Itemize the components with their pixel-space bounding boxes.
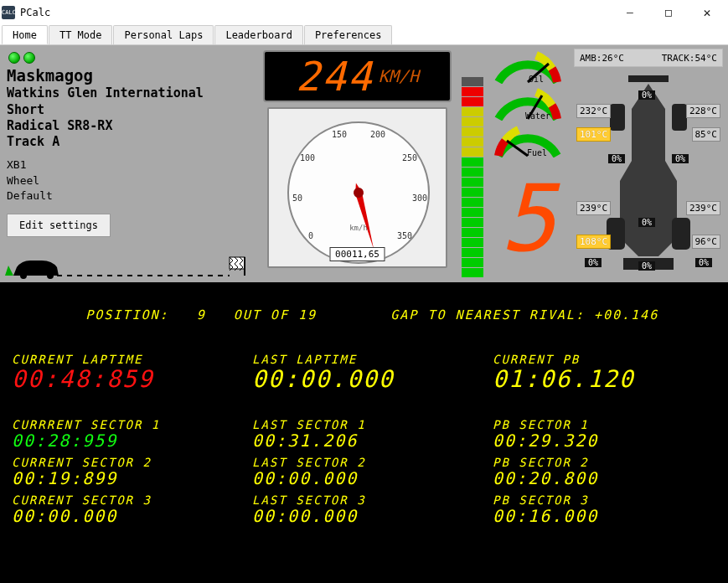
window-maximize-button[interactable]: □ xyxy=(649,0,688,25)
rev-bar-cell xyxy=(462,97,483,106)
svg-text:150: 150 xyxy=(332,130,347,139)
app-icon: CALC xyxy=(2,6,15,19)
current-sector-1: CURRRENT SECTOR 1 00:28:959 xyxy=(12,418,235,451)
status-leds xyxy=(7,52,248,64)
wear-pct-rl: 0% xyxy=(585,258,602,267)
analog-speedo: 0 50 100 150 200 250 300 350 km/h xyxy=(267,107,447,268)
speed-panel: 244 KM/H 0 50 100 150 200 250 300 350 xyxy=(255,45,460,282)
rev-bar-cell xyxy=(462,238,483,247)
rev-bar-cell xyxy=(462,168,483,177)
driver-name: Maskmagog xyxy=(7,65,248,85)
oil-label: Oil xyxy=(529,75,544,84)
track-variant: Track A xyxy=(7,134,248,150)
last-laptime: LAST LAPTIME 00:00.000 xyxy=(252,353,476,393)
rev-bar-cell xyxy=(462,218,483,227)
speed-value: 244 xyxy=(296,56,374,96)
led-2 xyxy=(23,52,35,64)
oil-gauge: Oil xyxy=(488,50,567,84)
wear-pct-rr: 0% xyxy=(695,258,712,267)
svg-text:300: 300 xyxy=(412,193,427,203)
rev-bar-cell xyxy=(462,147,483,157)
rev-bar-cell xyxy=(462,127,483,137)
last-sector-2: LAST SECTOR 2 00:00.000 xyxy=(252,456,476,488)
tab-tt-mode[interactable]: TT Mode xyxy=(49,25,113,44)
position-status: POSITION: 9 OUT OF 19 xyxy=(12,292,317,338)
brake-temp-rl: 239°C xyxy=(576,201,611,215)
svg-rect-21 xyxy=(672,218,690,250)
session-info-panel: Maskmagog Watkins Glen International Sho… xyxy=(0,45,255,282)
led-1 xyxy=(8,52,20,64)
dashboard-upper: Maskmagog Watkins Glen International Sho… xyxy=(0,45,728,282)
svg-text:50: 50 xyxy=(292,193,302,203)
status-row: POSITION: 9 OUT OF 19 GAP TO NEAREST RIV… xyxy=(12,292,716,338)
window-titlebar: CALC PCalc ― □ ✕ xyxy=(0,0,728,25)
window-close-button[interactable]: ✕ xyxy=(688,0,726,25)
svg-text:200: 200 xyxy=(370,130,385,139)
pb-sector-3: PB SECTOR 3 00:16.000 xyxy=(493,493,716,526)
rev-bar xyxy=(462,50,483,277)
tyre-temp-rr: 96°C xyxy=(692,235,721,249)
tab-personal-laps[interactable]: Personal Laps xyxy=(113,25,214,44)
wear-pct-mid: 0% xyxy=(638,218,655,227)
edit-settings-button[interactable]: Edit settings xyxy=(7,214,111,237)
tab-preferences[interactable]: Preferences xyxy=(304,25,392,44)
tyre-temp-rl: 108°C xyxy=(576,235,611,249)
rev-and-fluids-panel: Oil Water Fuel 5 xyxy=(460,45,569,282)
rev-bar-cell xyxy=(462,157,483,167)
odometer: 00011,65 xyxy=(329,247,385,261)
dial-unit: km/h xyxy=(349,224,368,232)
input-device: Wheel xyxy=(7,174,248,188)
tyre-temp-panel: AMB:26°C TRACK:54°C 232°C xyxy=(569,45,728,282)
tab-leaderboard[interactable]: Leaderboard xyxy=(214,25,302,44)
pb-sector-1: PB SECTOR 1 00:29.320 xyxy=(493,418,716,451)
svg-text:250: 250 xyxy=(402,153,417,163)
rev-bar-cell xyxy=(462,258,483,267)
gear-value: 5 xyxy=(500,178,555,261)
water-gauge: Water xyxy=(488,87,567,121)
svg-rect-19 xyxy=(672,104,687,131)
svg-text:100: 100 xyxy=(300,153,315,163)
track-name: Watkins Glen International Short xyxy=(7,85,248,117)
window-minimize-button[interactable]: ― xyxy=(611,0,649,25)
gear-display: 5 xyxy=(488,161,567,277)
env-temps: AMB:26°C TRACK:54°C xyxy=(574,49,723,67)
brake-temp-fr: 228°C xyxy=(686,104,720,118)
rev-bar-cell xyxy=(462,107,483,116)
tyre-temp-fl: 101°C xyxy=(576,127,611,142)
svg-rect-22 xyxy=(628,75,669,82)
gap-rival-status: GAP TO NEAREST RIVAL: +00.146 xyxy=(317,292,658,338)
wear-pct-fl: 0% xyxy=(608,154,625,163)
rev-bar-cell xyxy=(462,87,483,96)
current-laptime: CURRENT LAPTIME 00:48:859 xyxy=(12,353,235,393)
rev-bar-cell xyxy=(462,208,483,217)
last-sector-3: LAST SECTOR 3 00:00.000 xyxy=(252,493,476,526)
rev-bar-cell xyxy=(462,137,483,147)
wear-pct-rear: 0% xyxy=(638,261,655,271)
water-label: Water xyxy=(525,111,550,121)
brake-temp-fl: 232°C xyxy=(576,104,611,118)
rev-bar-cell xyxy=(462,178,483,187)
tab-strip: Home TT Mode Personal Laps Leaderboard P… xyxy=(0,25,728,45)
platform: XB1 xyxy=(7,158,248,173)
setup-name: Default xyxy=(7,189,248,204)
rev-bar-cell xyxy=(462,248,483,257)
pb-sector-2: PB SECTOR 2 00:20.800 xyxy=(493,456,716,488)
tab-home[interactable]: Home xyxy=(2,25,48,44)
rev-bar-cell xyxy=(462,228,483,237)
timing-panel: POSITION: 9 OUT OF 19 GAP TO NEAREST RIV… xyxy=(0,282,728,583)
last-sector-1: LAST SECTOR 1 00:31.206 xyxy=(252,418,476,451)
current-sector-3: CURRENT SECTOR 3 00:00.000 xyxy=(12,493,235,526)
gap-wr-status: GAP TO WR: +02.682 xyxy=(658,292,728,338)
svg-marker-0 xyxy=(5,266,13,276)
car-diagram: 232°C 228°C 101°C 85°C 239°C 239°C 108°C… xyxy=(578,70,719,275)
svg-text:350: 350 xyxy=(397,231,412,240)
svg-rect-18 xyxy=(610,104,625,131)
current-pb: CURRENT PB 01:06.120 xyxy=(493,353,716,393)
brake-temp-rr: 239°C xyxy=(686,201,720,215)
rev-bar-cell xyxy=(462,117,483,126)
wear-pct-nose: 0% xyxy=(638,90,655,100)
rev-bar-cell xyxy=(462,188,483,197)
speed-unit: KM/H xyxy=(379,66,419,86)
current-sector-2: CURRENT SECTOR 2 00:19:899 xyxy=(12,456,235,488)
window-title: PCalc xyxy=(20,7,611,18)
